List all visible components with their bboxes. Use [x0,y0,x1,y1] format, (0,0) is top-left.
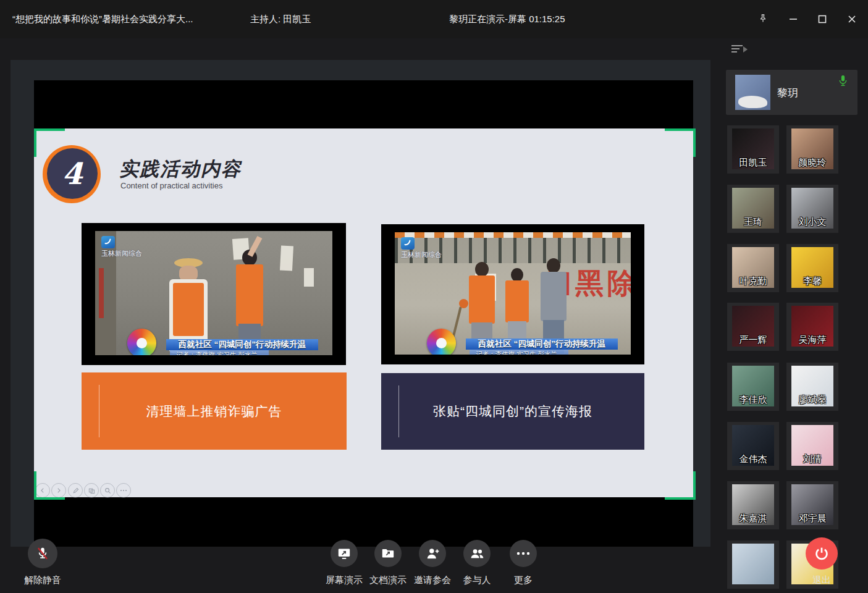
participant-name: 刘小文 [786,216,838,228]
news-station-logo-icon [427,329,456,355]
magnifier-icon [100,483,115,498]
caption-left-text: 清理墙上推销诈骗广告 [146,403,282,420]
participants-label: 参与人 [463,574,491,586]
active-speaker-tile[interactable]: 黎玥 [726,70,857,115]
close-button[interactable] [841,9,863,30]
participant-tile[interactable]: 田凯玉 [727,125,779,174]
presenting-status: 黎玥正在演示-屏幕 01:15:25 [449,14,565,25]
participant-name: 李馨 [786,275,838,287]
mic-on-icon [838,75,848,89]
pin-icon[interactable] [752,9,774,30]
participant-tile[interactable]: 严一辉 [727,303,779,351]
screen-share-icon [336,545,352,561]
share-frame-corner [34,471,65,500]
minimize-button[interactable] [782,9,804,30]
caption-box-left: 清理墙上推销诈骗广告 [82,372,347,450]
host-label: 主持人: 田凯玉 [250,14,311,25]
invite-button[interactable] [419,540,446,567]
participant-name: 朱嘉淇 [727,513,779,524]
screen-share-button[interactable] [331,540,358,567]
section-number: 4 [62,156,82,191]
participant-name: 颜晓玲 [786,157,838,169]
doc-share-button[interactable] [374,540,402,567]
slide-subtitle: Content of practical activities [120,181,222,190]
annotate-pen-icon [68,483,83,498]
slide-more-icon [116,483,131,498]
unmute-button[interactable] [28,539,57,568]
video-thumbnail-right: 扫黑除 [381,224,644,364]
participant-name: 刘倩 [786,453,838,465]
participant-name: 廖斌燊 [786,394,838,406]
news-caption-title: 西就社区 “四城同创”行动持续升温 [166,339,318,350]
participant-tile[interactable]: 吴海萍 [786,303,838,351]
participants-button[interactable] [463,540,491,567]
participant-tile[interactable]: 李馨 [786,244,838,292]
invite-icon [424,545,441,562]
slides-panel-icon [84,483,99,498]
meeting-title: “想把我的故事和你说”暑期社会实践分享大... [12,14,193,25]
participants-icon [469,545,486,562]
news-caption-title: 西就社区 “四城同创”行动持续升温 [466,339,618,350]
channel-watermark: 玉林新闻综合 [401,237,442,259]
maximize-button[interactable] [811,9,833,30]
participant-tile[interactable]: 颜晓玲 [786,125,838,174]
speaker-name: 黎玥 [777,86,798,100]
screen-share-label: 屏幕演示 [326,574,363,586]
more-icon [516,551,531,556]
doc-share-icon [380,545,396,561]
participant-tile[interactable]: 朱嘉淇 [727,481,779,529]
doc-share-label: 文档演示 [369,574,407,586]
participant-tile[interactable]: 王琦 [727,185,779,233]
power-icon [813,545,830,562]
meeting-window: “想把我的故事和你说”暑期社会实践分享大... 主持人: 田凯玉 黎玥正在演示-… [0,0,868,593]
channel-watermark: 玉林新闻综合 [101,236,142,258]
share-frame-corner [34,128,65,157]
participant-tile[interactable]: 李佳欣 [727,363,779,411]
participant-tile[interactable]: 刘倩 [786,422,838,470]
participant-tile[interactable]: 廖斌燊 [786,363,838,411]
participant-tile[interactable]: 叶克勤 [727,244,779,292]
participant-name: 叶克勤 [727,275,779,287]
caption-box-right: 张贴“四城同创”的宣传海报 [381,373,644,450]
avatar [735,75,770,110]
video-right-frame: 扫黑除 [395,232,631,355]
titlebar: “想把我的故事和你说”暑期社会实践分享大... 主持人: 田凯玉 黎玥正在演示-… [0,0,868,38]
participant-tile[interactable] [727,540,779,589]
avatar [732,544,774,584]
exit-label: 退出 [812,574,831,586]
unmute-label: 解除静音 [24,574,61,586]
channel-logo-icon [101,236,115,248]
participant-name: 王琦 [727,216,779,228]
channel-logo-icon [401,237,415,250]
invite-label: 邀请参会 [414,574,451,586]
participant-tile[interactable]: 金伟杰 [727,422,779,470]
shared-screen-stage: 4 实践活动内容 Content of practical activities [11,60,710,547]
share-frame-corner [665,471,696,500]
more-button[interactable] [510,540,537,567]
more-label: 更多 [514,574,533,586]
news-station-logo-icon [127,329,156,355]
video-thumbnail-left: 玉林新闻综合 西就社区 “四城同创”行动持续升温 记者：李伟旗 实习生 彭水兰 [82,223,346,365]
video-left-frame: 玉林新闻综合 西就社区 “四城同创”行动持续升温 记者：李伟旗 实习生 彭水兰 [95,231,332,355]
collapse-sidebar-icon[interactable] [731,43,749,58]
participant-name: 邓宇晨 [786,513,838,524]
participant-tile[interactable]: 刘小文 [786,185,838,233]
presentation-slide: 4 实践活动内容 Content of practical activities [34,128,693,497]
caption-right-text: 张贴“四城同创”的宣传海报 [433,403,592,420]
participant-tile[interactable]: 邓宇晨 [786,481,838,529]
participant-name: 田凯玉 [727,157,779,169]
news-caption-reporter: 记者：李伟旗 实习生 彭水兰 [170,350,269,355]
share-frame-corner [665,128,696,157]
participant-name: 李佳欣 [727,394,779,406]
participant-name: 吴海萍 [786,334,838,346]
slide-title: 实践活动内容 [119,156,242,182]
participant-name: 严一辉 [727,334,779,346]
news-caption-reporter: 记者：李伟旗 实习生 彭水兰 [470,350,568,355]
participant-name: 金伟杰 [727,453,779,465]
exit-button[interactable] [806,537,838,570]
